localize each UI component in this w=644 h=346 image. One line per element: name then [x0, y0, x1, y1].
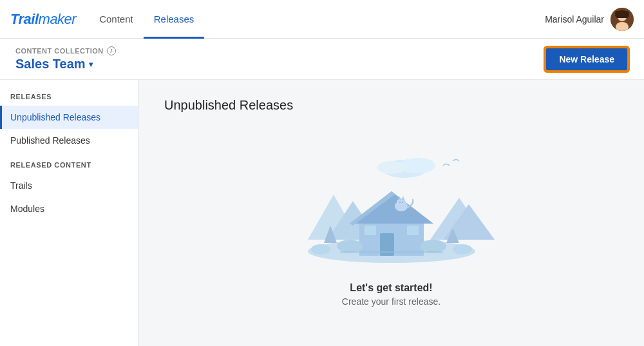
sidebar-item-unpublished[interactable]: Unpublished Releases — [0, 106, 138, 129]
header: Trailmaker Content Releases Marisol Agui… — [0, 0, 644, 39]
logo-maker: maker — [39, 11, 77, 28]
svg-point-30 — [311, 244, 330, 255]
header-right: Marisol Aguilar — [545, 0, 634, 38]
nav-tab-releases[interactable]: Releases — [144, 1, 205, 39]
svg-point-4 — [615, 11, 619, 17]
main-layout: RELEASES Unpublished Releases Published … — [0, 80, 644, 346]
sub-header: CONTENT COLLECTION i Sales Team ▾ New Re… — [0, 39, 644, 80]
sidebar-item-trails[interactable]: Trails — [0, 174, 138, 197]
empty-state: Let's get started! Create your first rel… — [164, 126, 618, 331]
empty-state-subtitle: Create your first release. — [342, 296, 440, 307]
collection-info: CONTENT COLLECTION i Sales Team ▾ — [15, 46, 116, 72]
nav-tab-content[interactable]: Content — [89, 1, 144, 39]
collection-label: CONTENT COLLECTION i — [15, 46, 116, 55]
user-name: Marisol Aguilar — [545, 14, 604, 24]
logo: Trailmaker — [10, 0, 76, 38]
svg-point-28 — [337, 240, 363, 253]
svg-point-24 — [399, 202, 401, 203]
svg-rect-19 — [407, 226, 419, 235]
page-title: Unpublished Releases — [164, 98, 618, 113]
collection-name[interactable]: Sales Team ▾ — [15, 57, 116, 72]
svg-point-8 — [377, 161, 406, 174]
svg-rect-18 — [365, 226, 376, 235]
sidebar-item-published[interactable]: Published Releases — [0, 129, 138, 152]
svg-marker-23 — [402, 196, 404, 200]
svg-point-31 — [453, 244, 472, 255]
content-area: Unpublished Releases — [138, 80, 644, 346]
sidebar-item-modules[interactable]: Modules — [0, 197, 138, 220]
releases-section-title: RELEASES — [0, 93, 138, 101]
new-release-button[interactable]: New Release — [545, 47, 629, 72]
nav-tabs: Content Releases — [89, 0, 204, 38]
sidebar: RELEASES Unpublished Releases Published … — [0, 80, 138, 346]
avatar — [611, 8, 634, 31]
empty-state-title: Let's get started! — [350, 282, 432, 294]
svg-point-25 — [402, 202, 403, 203]
chevron-down-icon: ▾ — [89, 60, 93, 69]
info-icon[interactable]: i — [107, 46, 116, 55]
svg-point-29 — [421, 240, 446, 253]
svg-rect-32 — [340, 251, 443, 253]
released-content-section-title: RELEASED CONTENT — [0, 161, 138, 169]
svg-point-5 — [625, 11, 629, 17]
logo-trail: Trail — [10, 11, 39, 28]
empty-illustration — [289, 143, 495, 272]
